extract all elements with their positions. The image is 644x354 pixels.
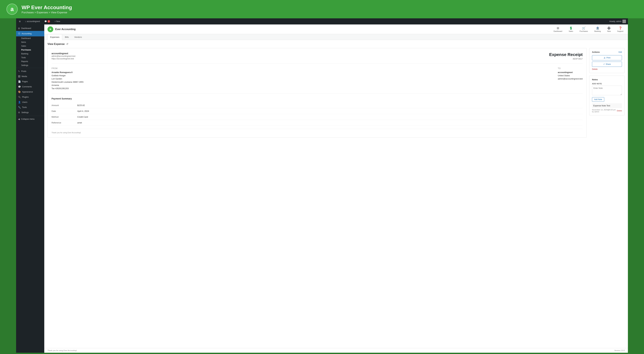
sidebar-item-media[interactable]: 🖼 Media xyxy=(16,74,44,79)
plugin-brand-name: Ever Accounting xyxy=(55,28,76,31)
tools-icon: 🔧 xyxy=(18,106,21,109)
payment-summary-title: Payment Summary xyxy=(52,97,583,100)
from-name: Arnaldo Romaguera II xyxy=(52,71,72,73)
table-row: MethodCredit Card xyxy=(52,114,583,120)
expense-layout: accountingnext admin@accountingnext.test… xyxy=(48,48,625,138)
note-delete-link[interactable]: Delete xyxy=(617,110,622,112)
plugin-nav-banking[interactable]: 🏦 Banking xyxy=(593,26,602,33)
from-company: Gottlieb-Hoeger xyxy=(52,74,66,77)
from-tax: Tax #26261391203 xyxy=(52,87,68,90)
wp-icon[interactable]: ⊞ xyxy=(18,18,22,24)
plugin-nav-sales[interactable]: 💲 Sales xyxy=(567,26,574,33)
posts-icon: ✎ xyxy=(18,70,20,72)
new-link[interactable]: + New xyxy=(54,18,61,24)
plugin-nav-items: ⊞ Dashboard 💲 Sales 🛒 Purchases 🏦 Bankin… xyxy=(552,26,625,33)
collapse-icon: ◀ xyxy=(18,118,20,120)
add-note-label: ADD NOTE xyxy=(592,83,622,85)
company-email: admin@accountingnext.test xyxy=(52,55,75,57)
table-row: Amount$225.82 xyxy=(52,102,583,108)
note-item: Expense Note Text November 13, 2024@6:03… xyxy=(592,103,622,113)
plugin-purchases-icon: 🛒 xyxy=(582,26,586,30)
plugin-logo: a xyxy=(48,26,53,32)
comments-link[interactable]: 💬 0 xyxy=(44,18,51,24)
appearance-icon: 🎨 xyxy=(18,91,21,93)
print-icon: 🖨 xyxy=(604,57,606,59)
tab-vendors[interactable]: Vendors xyxy=(72,34,85,40)
sidebar-sub-dashboard[interactable]: Dashboard xyxy=(16,36,44,40)
sidebar-sub-reports[interactable]: Reports xyxy=(16,59,44,63)
from-address2: Hestermouth Louisiana 38867-2855 xyxy=(52,81,84,83)
share-icon: ↗ xyxy=(603,63,605,65)
receipt-company: accountingnext admin@accountingnext.test… xyxy=(52,52,75,60)
from-address1: Lori Garden xyxy=(52,78,62,80)
sidebar-sub-banking[interactable]: Banking xyxy=(16,52,44,56)
plugin-nav-support[interactable]: ❓ Support xyxy=(616,26,625,33)
row-label: Method xyxy=(52,114,77,120)
app-logo: a xyxy=(6,3,18,15)
pages-icon: 📄 xyxy=(18,80,21,83)
plugin-brand-area: a Ever Accounting xyxy=(48,26,76,32)
plugin-area: a Ever Accounting ⊞ Dashboard 💲 Sales 🛒 … xyxy=(44,24,628,353)
from-address: From Arnaldo Romaguera II Gottlieb-Hoege… xyxy=(52,67,84,90)
media-icon: 🖼 xyxy=(18,75,20,78)
sidebar-item-accounting[interactable]: ⓪ Accounting xyxy=(16,31,44,36)
plugin-nav-purchases[interactable]: 🛒 Purchases xyxy=(578,26,589,33)
plugin-nav-dashboard[interactable]: ⊞ Dashboard xyxy=(552,26,564,33)
back-button[interactable]: ↺ xyxy=(66,42,68,45)
sidebar-item-dashboard[interactable]: ⊞ Dashboard xyxy=(16,26,44,31)
row-value: April 4, 2024 xyxy=(77,108,583,114)
sidebar-sub-settings[interactable]: Settings xyxy=(16,63,44,67)
receipt-addresses: From Arnaldo Romaguera II Gottlieb-Hoege… xyxy=(52,67,583,93)
tab-bills[interactable]: Bills xyxy=(62,34,72,40)
sidebar-item-appearance[interactable]: 🎨 Appearance xyxy=(16,89,44,94)
row-value: Credit Card xyxy=(77,114,583,120)
notes-section: ADD NOTE Add Note Expense Note Text Nove… xyxy=(592,83,622,113)
howdy-text: Howdy, admin xyxy=(610,20,626,23)
actions-header: Actions Edit xyxy=(592,51,622,53)
to-email: admin@accountingnext.test xyxy=(558,78,583,80)
app-breadcrumb: Purchases > Expenses > View Expense xyxy=(22,11,72,14)
to-address: To accountingnext United States admin@ac… xyxy=(558,67,583,90)
receipt-id: #EXP-0017 xyxy=(549,58,583,60)
note-meta-text: November 13, 2024@6:03 pm by admin xyxy=(592,109,617,113)
table-row: Referenceamet xyxy=(52,120,583,126)
edit-link[interactable]: Edit xyxy=(618,51,622,53)
sidebar-item-settings[interactable]: ⚙ Settings xyxy=(16,110,44,115)
wp-admin-bar: ⊞ ⌂ accountingnext 💬 0 + New Howdy, admi… xyxy=(16,18,628,24)
plugins-icon: 🔌 xyxy=(18,96,21,98)
footer-version: Version 2.0.0 xyxy=(614,350,625,352)
sidebar-sub-purchases[interactable]: Purchases xyxy=(16,48,44,52)
plugin-footer: Thank you for using Ever Accounting! Ver… xyxy=(44,348,628,353)
actions-card: Actions Edit 🖨 Print ↗ Share Delete xyxy=(589,48,625,73)
sidebar-collapse[interactable]: ◀ Collapse menu xyxy=(16,116,44,122)
plugin-sales-icon: 💲 xyxy=(569,26,573,30)
sidebar-item-plugins[interactable]: 🔌 Plugins xyxy=(16,94,44,100)
plugin-new-icon: ➕ xyxy=(607,26,611,30)
from-label: From xyxy=(52,67,84,69)
sidebar-sub-items[interactable]: Items xyxy=(16,40,44,44)
note-textarea[interactable] xyxy=(592,86,622,95)
comments-icon: 💬 xyxy=(18,85,21,88)
notes-card: Notes ADD NOTE Add Note Expense Note Tex… xyxy=(589,76,625,115)
sidebar-sub-tools[interactable]: Tools xyxy=(16,56,44,59)
sidebar-item-pages[interactable]: 📄 Pages xyxy=(16,79,44,84)
sidebar-item-posts[interactable]: ✎ Posts xyxy=(16,69,44,74)
tab-expenses[interactable]: Expenses xyxy=(48,34,62,40)
sidebar-item-tools[interactable]: 🔧 Tools xyxy=(16,105,44,110)
delete-link[interactable]: Delete xyxy=(592,68,622,70)
print-button[interactable]: 🖨 Print xyxy=(592,55,622,60)
site-link[interactable]: ⌂ accountingnext xyxy=(24,18,41,24)
main-wrapper: ⊞ Dashboard ⓪ Accounting Dashboard Items… xyxy=(16,24,628,353)
row-label: Amount xyxy=(52,102,77,108)
sidebar-item-users[interactable]: 👤 Users xyxy=(16,100,44,105)
to-label: To xyxy=(558,67,583,69)
add-note-button[interactable]: Add Note xyxy=(592,97,604,102)
sidebar-item-comments[interactable]: 💬 Comments xyxy=(16,84,44,89)
notes-header: Notes xyxy=(592,78,622,81)
dashboard-icon: ⊞ xyxy=(18,27,20,30)
view-expense-title: View Expense xyxy=(48,43,64,45)
sidebar-sub-sales[interactable]: Sales xyxy=(16,44,44,48)
plugin-nav-new[interactable]: ➕ New xyxy=(606,26,612,33)
share-button[interactable]: ↗ Share xyxy=(592,62,622,67)
company-name: accountingnext xyxy=(52,52,75,55)
